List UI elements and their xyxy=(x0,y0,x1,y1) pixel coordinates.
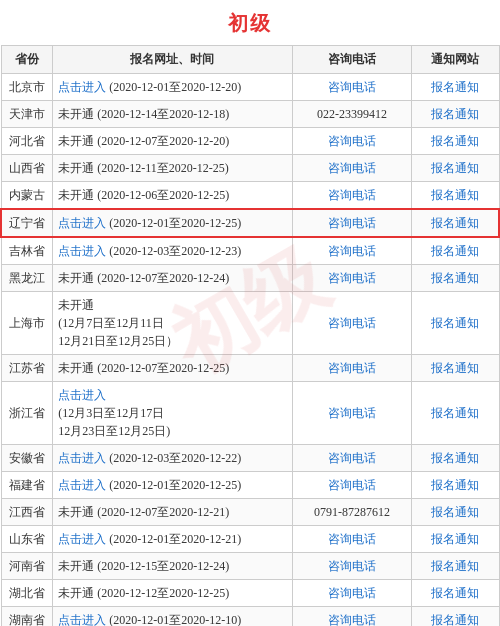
cell-province: 辽宁省 xyxy=(1,209,53,237)
reg-link[interactable]: 点击进入 xyxy=(58,451,106,465)
cell-reg: 未开通 (2020-12-14至2020-12-18) xyxy=(53,101,292,128)
tel-link[interactable]: 咨询电话 xyxy=(328,559,376,573)
cell-notice: 报名通知 xyxy=(412,209,499,237)
cell-province: 山东省 xyxy=(1,526,53,553)
cell-notice: 报名通知 xyxy=(412,155,499,182)
reg-status: 未开通 xyxy=(58,505,94,519)
cell-reg: 点击进入 (2020-12-03至2020-12-23) xyxy=(53,237,292,265)
notice-link[interactable]: 报名通知 xyxy=(431,505,479,519)
reg-time: (2020-12-01至2020-12-20) xyxy=(109,80,241,94)
notice-link[interactable]: 报名通知 xyxy=(431,161,479,175)
cell-reg: 未开通 (2020-12-15至2020-12-24) xyxy=(53,553,292,580)
cell-tel: 咨询电话 xyxy=(292,580,412,607)
main-table: 省份 报名网址、时间 咨询电话 通知网站 北京市点击进入 (2020-12-01… xyxy=(0,45,500,626)
notice-link[interactable]: 报名通知 xyxy=(431,271,479,285)
cell-tel: 咨询电话 xyxy=(292,355,412,382)
reg-link[interactable]: 点击进入 xyxy=(58,80,106,94)
cell-notice: 报名通知 xyxy=(412,128,499,155)
tel-link[interactable]: 咨询电话 xyxy=(328,271,376,285)
notice-link[interactable]: 报名通知 xyxy=(431,478,479,492)
notice-link[interactable]: 报名通知 xyxy=(431,559,479,573)
cell-reg: 点击进入 (2020-12-01至2020-12-20) xyxy=(53,74,292,101)
notice-link[interactable]: 报名通知 xyxy=(431,406,479,420)
cell-tel: 0791-87287612 xyxy=(292,499,412,526)
cell-province: 天津市 xyxy=(1,101,53,128)
tel-link[interactable]: 咨询电话 xyxy=(328,532,376,546)
header-tel: 咨询电话 xyxy=(292,46,412,74)
reg-time: (2020-12-01至2020-12-21) xyxy=(109,532,241,546)
notice-link[interactable]: 报名通知 xyxy=(431,361,479,375)
notice-link[interactable]: 报名通知 xyxy=(431,613,479,626)
notice-link[interactable]: 报名通知 xyxy=(431,188,479,202)
cell-reg: 未开通 (2020-12-07至2020-12-24) xyxy=(53,265,292,292)
tel-link[interactable]: 咨询电话 xyxy=(328,216,376,230)
cell-notice: 报名通知 xyxy=(412,445,499,472)
reg-time: (2020-12-01至2020-12-25) xyxy=(109,216,241,230)
cell-reg: 未开通 (2020-12-07至2020-12-20) xyxy=(53,128,292,155)
notice-link[interactable]: 报名通知 xyxy=(431,80,479,94)
reg-time: (2020-12-06至2020-12-25) xyxy=(97,188,229,202)
cell-province: 河南省 xyxy=(1,553,53,580)
reg-status: 未开通 xyxy=(58,107,94,121)
tel-link[interactable]: 咨询电话 xyxy=(328,478,376,492)
cell-tel: 咨询电话 xyxy=(292,445,412,472)
cell-notice: 报名通知 xyxy=(412,499,499,526)
notice-link[interactable]: 报名通知 xyxy=(431,244,479,258)
tel-link[interactable]: 咨询电话 xyxy=(328,586,376,600)
reg-link[interactable]: 点击进入 xyxy=(58,478,106,492)
cell-tel: 022-23399412 xyxy=(292,101,412,128)
tel-link[interactable]: 咨询电话 xyxy=(328,244,376,258)
notice-link[interactable]: 报名通知 xyxy=(431,532,479,546)
reg-time: (2020-12-15至2020-12-24) xyxy=(97,559,229,573)
cell-tel: 咨询电话 xyxy=(292,526,412,553)
reg-link[interactable]: 点击进入 xyxy=(58,216,106,230)
cell-reg: 未开通 (2020-12-07至2020-12-25) xyxy=(53,355,292,382)
cell-notice: 报名通知 xyxy=(412,553,499,580)
tel-link[interactable]: 咨询电话 xyxy=(328,361,376,375)
notice-link[interactable]: 报名通知 xyxy=(431,107,479,121)
notice-link[interactable]: 报名通知 xyxy=(431,134,479,148)
cell-notice: 报名通知 xyxy=(412,607,499,627)
cell-province: 河北省 xyxy=(1,128,53,155)
notice-link[interactable]: 报名通知 xyxy=(431,316,479,330)
cell-notice: 报名通知 xyxy=(412,382,499,445)
notice-link[interactable]: 报名通知 xyxy=(431,451,479,465)
cell-notice: 报名通知 xyxy=(412,472,499,499)
reg-link[interactable]: 点击进入 xyxy=(58,613,106,626)
reg-link[interactable]: 点击进入 xyxy=(58,532,106,546)
cell-province: 湖南省 xyxy=(1,607,53,627)
reg-time: (2020-12-12至2020-12-25) xyxy=(97,586,229,600)
cell-reg: 未开通 (2020-12-06至2020-12-25) xyxy=(53,182,292,210)
tel-link[interactable]: 咨询电话 xyxy=(328,188,376,202)
cell-province: 北京市 xyxy=(1,74,53,101)
tel-link[interactable]: 咨询电话 xyxy=(328,451,376,465)
tel-link[interactable]: 咨询电话 xyxy=(328,406,376,420)
cell-province: 山西省 xyxy=(1,155,53,182)
tel-link[interactable]: 咨询电话 xyxy=(328,134,376,148)
cell-reg: 未开通(12月7日至12月11日12月21日至12月25日） xyxy=(53,292,292,355)
header-province: 省份 xyxy=(1,46,53,74)
reg-time: (2020-12-01至2020-12-10) xyxy=(109,613,241,626)
reg-link[interactable]: 点击进入 xyxy=(58,244,106,258)
tel-link[interactable]: 咨询电话 xyxy=(328,80,376,94)
cell-reg: 未开通 (2020-12-07至2020-12-21) xyxy=(53,499,292,526)
reg-time: (2020-12-01至2020-12-25) xyxy=(109,478,241,492)
cell-reg: 未开通 (2020-12-12至2020-12-25) xyxy=(53,580,292,607)
header-notice: 通知网站 xyxy=(412,46,499,74)
cell-reg: 点击进入 (2020-12-01至2020-12-21) xyxy=(53,526,292,553)
reg-time: (2020-12-07至2020-12-25) xyxy=(97,361,229,375)
tel-link[interactable]: 咨询电话 xyxy=(328,316,376,330)
cell-reg: 点击进入 (2020-12-01至2020-12-25) xyxy=(53,209,292,237)
notice-link[interactable]: 报名通知 xyxy=(431,216,479,230)
tel-link[interactable]: 咨询电话 xyxy=(328,613,376,626)
notice-link[interactable]: 报名通知 xyxy=(431,586,479,600)
cell-tel: 咨询电话 xyxy=(292,182,412,210)
cell-tel: 咨询电话 xyxy=(292,209,412,237)
tel-link[interactable]: 咨询电话 xyxy=(328,161,376,175)
cell-reg: 点击进入 (2020-12-03至2020-12-22) xyxy=(53,445,292,472)
cell-tel: 咨询电话 xyxy=(292,382,412,445)
cell-province: 江苏省 xyxy=(1,355,53,382)
reg-status: 未开通 xyxy=(58,161,94,175)
cell-notice: 报名通知 xyxy=(412,74,499,101)
cell-notice: 报名通知 xyxy=(412,355,499,382)
